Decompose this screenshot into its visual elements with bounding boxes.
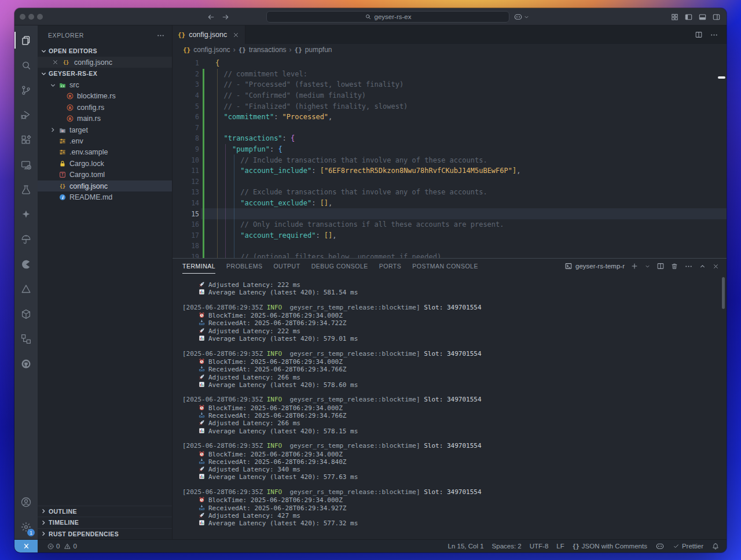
eol-status[interactable]: LF [556,543,564,550]
activity-umbrella[interactable] [14,227,38,252]
activity-source-control[interactable] [14,78,38,102]
breadcrumb[interactable]: {} config.jsonc › {} transactions › {} p… [173,44,727,56]
breadcrumb-node[interactable]: pumpfun [305,46,332,54]
tree-item-target[interactable]: target [38,124,172,135]
terminal-scrollbar[interactable] [722,277,725,309]
open-editors-header[interactable]: OPEN EDITORS [38,45,172,57]
tree-item-src[interactable]: src [38,79,172,90]
activity-search[interactable] [14,53,38,78]
activity-flowchart[interactable] [14,326,38,351]
panel-tab-output[interactable]: OUTPUT [273,259,300,274]
toggle-sidebar-icon[interactable] [684,13,693,21]
tab-config-jsonc[interactable]: {} config.jsonc [173,25,245,44]
cursor-position[interactable]: Ln 15, Col 1 [448,543,484,550]
tree-item-env-sample[interactable]: .env.sample [38,147,172,158]
encoding-status[interactable]: UTF-8 [530,543,549,550]
zoom-window-button[interactable] [37,14,43,20]
remote-indicator[interactable] [14,540,38,552]
tree-item-env[interactable]: .env [38,135,172,146]
customize-layout-icon[interactable] [670,13,679,21]
terminal-instance[interactable]: geyser-rs-temp-r [564,262,625,270]
panel-tab-problems[interactable]: PROBLEMS [226,259,262,274]
code-line: 11 "account_include": ["6EF8rrecthR5Dkzo… [173,165,727,176]
new-terminal-icon[interactable] [630,262,639,270]
folder-src-icon [57,81,68,89]
kill-terminal-icon[interactable] [670,262,678,270]
code-line: 14 "account_exclude": [], [173,198,727,209]
indentation-status[interactable]: Spaces: 2 [492,543,522,550]
section-outline[interactable]: OUTLINE [38,506,172,517]
notifications-bell-icon[interactable] [711,542,720,550]
terminal-output[interactable]: Adjusted Latency: 222 msAverage Latency … [173,274,727,539]
env-icon [57,148,68,156]
tree-item-config-rs[interactable]: Rconfig.rs [38,102,172,113]
minimize-window-button[interactable] [28,14,34,20]
tree-item-blocktime-rs[interactable]: Rblocktime.rs [38,91,172,102]
activity-explorer[interactable] [14,28,38,53]
activity-pacman[interactable] [14,252,38,277]
panel-tab-debug-console[interactable]: DEBUG CONSOLE [311,259,368,274]
editor-more-actions-icon[interactable] [710,31,718,39]
problems-status[interactable]: 0 0 [47,543,77,550]
window-controls[interactable] [20,14,43,20]
bar-chart-icon [198,334,206,344]
nav-back-icon[interactable] [207,13,215,21]
close-tab-icon[interactable] [232,31,240,39]
command-center[interactable]: geyser-rs-ex [266,11,509,23]
sidebar-title: EXPLORER [48,32,84,39]
language-mode[interactable]: {} JSON with Comments [573,543,647,550]
line-number: 11 [173,167,199,175]
log-line: Average Latency (latest 420): 577.63 ms [182,473,727,480]
activity-run-debug[interactable] [14,102,38,127]
chevron-down-icon[interactable] [523,14,530,20]
log-line: [2025-06-28T06:29:35Z INFO geyser_rs_tem… [182,396,727,403]
activity-github[interactable] [14,351,38,376]
code-editor[interactable]: 1{2 // commitment level:3 // - "Processe… [173,56,727,258]
activity-settings[interactable]: 1 [14,514,38,539]
bar-chart-icon [198,381,206,390]
breadcrumb-node[interactable]: transactions [249,46,287,54]
toggle-secondary-sidebar-icon[interactable] [712,13,721,21]
code-line: 6 "commitment": "Processed", [173,112,727,123]
breadcrumb-file[interactable]: config.jsonc [193,46,230,54]
nav-forward-icon[interactable] [221,13,230,21]
formatter-status[interactable]: Prettier [673,543,703,550]
copilot-status-icon[interactable] [655,541,665,551]
tree-item-main-rs[interactable]: Rmain.rs [38,113,172,124]
panel-tab-postman-console[interactable]: POSTMAN CONSOLE [412,259,478,274]
panel-tab-ports[interactable]: PORTS [379,259,401,274]
copilot-icon[interactable] [513,12,523,21]
section-rust-dependencies[interactable]: RUST DEPENDENCIES [38,528,172,540]
toggle-panel-icon[interactable] [698,13,707,21]
tree-item-config-jsonc[interactable]: {}config.jsonc [38,180,172,191]
activity-prism[interactable] [14,277,38,301]
section-timeline[interactable]: TIMELINE [38,517,172,528]
activity-sparkle[interactable] [14,202,38,227]
tree-item-cargo-toml[interactable]: TCargo.toml [38,170,172,180]
toml-icon: T [57,171,68,179]
settings-badge: 1 [27,529,35,536]
maximize-panel-icon[interactable] [699,263,706,270]
activity-cube[interactable] [14,301,38,326]
activity-testing[interactable] [14,177,38,202]
split-editor-icon[interactable] [695,31,703,39]
open-editor-config-jsonc[interactable]: {}config.jsonc [38,57,172,68]
activity-bar: 1 [14,25,38,539]
tree-item-cargo-lock[interactable]: Cargo.lock [38,158,172,169]
activity-remote-explorer[interactable] [14,152,38,177]
close-window-button[interactable] [20,14,25,20]
explorer-more-actions-icon[interactable] [156,31,165,40]
tree-item-readme-md[interactable]: iREADME.md [38,191,172,202]
rust-icon: R [65,115,75,123]
panel-more-actions-icon[interactable] [684,262,693,271]
close-panel-icon[interactable] [712,263,720,270]
code-line: 4 // - "Confirmed" (medium finality) [173,90,727,101]
split-terminal-icon[interactable] [656,262,665,270]
activity-extensions[interactable] [14,127,38,152]
terminal-dropdown-icon[interactable] [644,263,651,270]
panel-tab-terminal[interactable]: TERMINAL [182,259,215,274]
activity-account[interactable] [14,489,38,514]
scrollbar-decoration[interactable] [718,76,725,79]
project-header[interactable]: GEYSER-RS-EX [38,68,172,79]
code-text: // Exclude transactions that involve any… [204,188,487,196]
